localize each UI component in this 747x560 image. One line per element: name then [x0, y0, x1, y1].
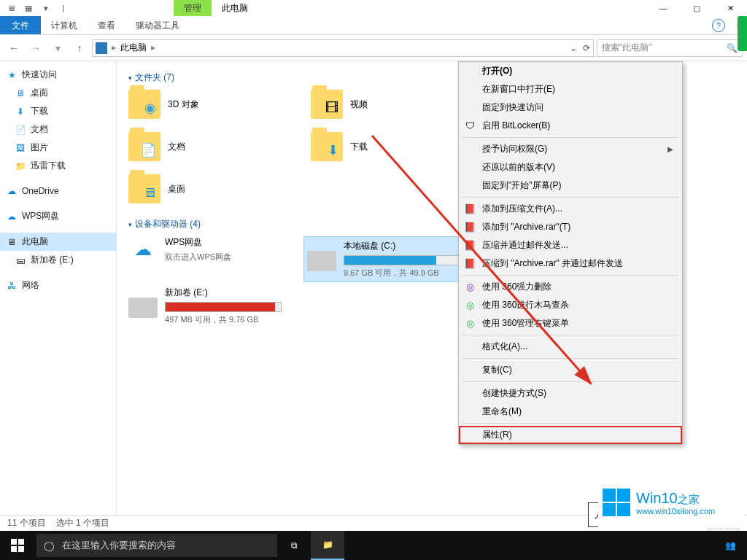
folder-icon: 📄	[128, 132, 160, 161]
wm-suffix: 之家	[678, 493, 700, 505]
sidebar-thispc[interactable]: 🖥此电脑	[0, 233, 116, 251]
ctx-compress-email[interactable]: 📕压缩并通过邮件发送...	[459, 236, 682, 254]
search-icon[interactable]: 🔍	[727, 43, 738, 53]
taskbar-search[interactable]: ◯ 在这里输入你要搜索的内容	[36, 534, 277, 557]
watermark: Win10之家 www.win10xitong.com	[598, 477, 744, 528]
ctx-add-archive-rar[interactable]: 📕添加到 "Archive.rar"(T)	[459, 218, 682, 236]
drive-wps[interactable]: ☁ WPS网盘 双击进入WPS网盘	[128, 236, 289, 282]
ctx-properties[interactable]: 属性(R)	[459, 426, 682, 444]
back-button[interactable]: ←	[4, 39, 23, 58]
ctx-bitlocker[interactable]: 🛡启用 BitLocker(B)	[459, 117, 682, 135]
ribbon-tab-view[interactable]: 查看	[88, 16, 125, 34]
qat-properties-icon[interactable]: ▦	[20, 0, 36, 16]
breadcrumb-sep2[interactable]: ▶	[151, 44, 155, 51]
sidebar-item-thunder[interactable]: 📁迅雷下载	[0, 157, 116, 175]
ctx-open[interactable]: 打开(O)	[459, 62, 682, 80]
ctx-separator	[462, 197, 679, 198]
drive-e[interactable]: 新加卷 (E:) 497 MB 可用，共 9.76 GB	[128, 287, 289, 325]
chevron-down-icon: ▾	[128, 221, 132, 228]
address-bar[interactable]: ▶ 此电脑 ▶ ⌄ ⟳	[92, 39, 594, 57]
ribbon-tab-drivetools[interactable]: 驱动器工具	[125, 16, 190, 34]
refresh-icon[interactable]: ⟳	[583, 43, 590, 53]
start-button[interactable]	[0, 531, 35, 560]
breadcrumb-thispc[interactable]: 此电脑	[120, 42, 147, 54]
ctx-label: 创建快捷方式(S)	[482, 387, 546, 400]
taskbar-people[interactable]: 👥	[713, 531, 747, 560]
breadcrumb-sep[interactable]: ▶	[112, 44, 116, 51]
ctx-restore-prev[interactable]: 还原以前的版本(V)	[459, 158, 682, 176]
forward-button[interactable]: →	[26, 39, 45, 58]
qat-sep: |	[55, 0, 71, 16]
chevron-down-icon: ▾	[128, 74, 132, 82]
minimize-button[interactable]: —	[646, 0, 680, 16]
group-label: 设备和驱动器 (4)	[135, 218, 201, 230]
help-icon[interactable]: ?	[712, 19, 725, 32]
rar-icon: 📕	[463, 257, 476, 271]
search-box[interactable]: 搜索"此电脑" 🔍	[597, 39, 743, 57]
ribbon: 文件 计算机 查看 驱动器工具 ? ⌄	[0, 16, 747, 35]
ctx-shortcut[interactable]: 创建快捷方式(S)	[459, 384, 682, 402]
ctx-360-menu[interactable]: ◎使用 360管理右键菜单	[459, 314, 682, 332]
ctx-label: 添加到 "Archive.rar"(T)	[482, 221, 570, 233]
ctx-pin-start[interactable]: 固定到"开始"屏幕(P)	[459, 176, 682, 195]
network-icon: 🖧	[6, 280, 18, 292]
ctx-open-new[interactable]: 在新窗口中打开(E)	[459, 80, 682, 98]
sidebar-label: 新加卷 (E:)	[31, 254, 74, 266]
usage-bar	[344, 255, 460, 265]
folder-label: 下载	[350, 141, 368, 153]
ctx-label: 添加到压缩文件(A)...	[482, 203, 562, 215]
360-icon: ◎	[463, 281, 476, 294]
contextual-tab-manage[interactable]: 管理	[174, 0, 212, 17]
ctx-360-delete[interactable]: ◎使用 360强力删除	[459, 278, 682, 296]
sidebar-onedrive[interactable]: ☁OneDrive	[0, 182, 116, 200]
ctx-copy[interactable]: 复制(C)	[459, 361, 682, 379]
ctx-label: 复制(C)	[482, 364, 512, 376]
status-selected: 选中 1 个项目	[56, 517, 109, 529]
ctx-pin-quick[interactable]: 固定到快速访问	[459, 98, 682, 117]
ctx-add-archive[interactable]: 📕添加到压缩文件(A)...	[459, 200, 682, 218]
taskbar-explorer[interactable]: 📁	[311, 531, 344, 560]
folder-desktop[interactable]: 🖥桌面	[128, 174, 303, 203]
sidebar-label: WPS网盘	[22, 210, 59, 222]
sidebar-item-desktop[interactable]: 🖥桌面	[0, 84, 116, 102]
sidebar-item-documents[interactable]: 📄文档	[0, 120, 116, 139]
window-title: 此电脑	[212, 0, 258, 17]
address-dropdown-icon[interactable]: ⌄	[570, 43, 577, 53]
ctx-format[interactable]: 格式化(A)...	[459, 338, 682, 356]
ctx-grant-access[interactable]: 授予访问权限(G)▶	[459, 140, 682, 158]
drive-c-selected[interactable]: 本地磁盘 (C:) 9.67 GB 可用，共 49.9 GB	[303, 236, 465, 282]
ctx-separator	[462, 423, 679, 424]
sidebar-network[interactable]: 🖧网络	[0, 276, 116, 295]
windows-icon	[11, 539, 24, 552]
navigation-row: ← → ▾ ↑ ▶ 此电脑 ▶ ⌄ ⟳ 搜索"此电脑" 🔍	[0, 35, 747, 61]
ctx-rename[interactable]: 重命名(M)	[459, 402, 682, 421]
folder-3dobjects[interactable]: ◉3D 对象	[128, 90, 303, 119]
sidebar-wps[interactable]: ☁WPS网盘	[0, 207, 116, 225]
ribbon-tab-computer[interactable]: 计算机	[41, 16, 88, 34]
context-menu: 打开(O) 在新窗口中打开(E) 固定到快速访问 🛡启用 BitLocker(B…	[458, 61, 683, 445]
close-button[interactable]: ✕	[713, 0, 747, 16]
sidebar-quick-access[interactable]: ★ 快速访问	[0, 66, 116, 84]
qat-dropdown-icon[interactable]: ▾	[38, 0, 54, 16]
folder-icon: 🖥	[128, 174, 160, 203]
svg-rect-1	[11, 539, 17, 545]
ctx-label: 还原以前的版本(V)	[482, 161, 555, 174]
maximize-button[interactable]: ▢	[680, 0, 713, 16]
status-item-count: 11 个项目	[7, 517, 46, 529]
sidebar-item-newvol[interactable]: 🖴新加卷 (E:)	[0, 251, 116, 269]
task-view-button[interactable]: ⧉	[277, 531, 311, 560]
ctx-compress-rar-email[interactable]: 📕压缩到 "Archive.rar" 并通过邮件发送	[459, 254, 682, 273]
recent-dropdown[interactable]: ▾	[48, 39, 67, 58]
documents-icon: 📄	[15, 124, 26, 136]
sidebar-label: 图片	[31, 141, 48, 154]
sidebar-item-downloads[interactable]: ⬇下载	[0, 102, 116, 120]
sidebar-item-pictures[interactable]: 🖼图片	[0, 139, 116, 157]
file-tab[interactable]: 文件	[0, 16, 41, 34]
windows-logo-icon	[603, 489, 630, 516]
ctx-label: 固定到快速访问	[482, 101, 543, 114]
drive-sub: 双击进入WPS网盘	[165, 252, 289, 262]
folder-documents[interactable]: 📄文档	[128, 132, 303, 161]
up-button[interactable]: ↑	[70, 39, 89, 58]
drive-sub: 9.67 GB 可用，共 49.9 GB	[344, 268, 462, 279]
ctx-360-scan[interactable]: ◎使用 360进行木马查杀	[459, 296, 682, 314]
